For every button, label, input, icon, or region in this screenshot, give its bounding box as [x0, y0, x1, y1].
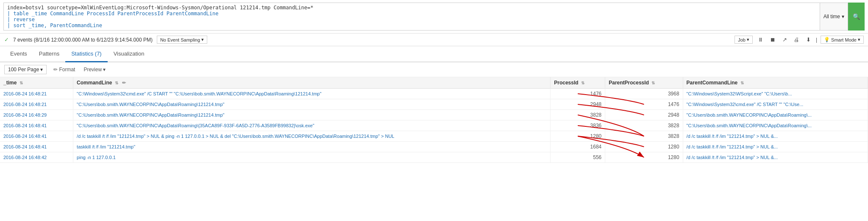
table-row: 2016-08-24 16:48:29 "C:\Users\bob.smith.…: [0, 110, 868, 120]
search-bar: index=botsv1 sourcetype=XmlWinEventLog:M…: [0, 0, 868, 34]
cell-time: 2016-08-24 16:48:21: [0, 89, 73, 99]
preview-button[interactable]: Preview ▾: [82, 65, 107, 74]
cell-parentcommandline: /d /c taskkill /t /f /im "121214.tmp" > …: [683, 142, 868, 152]
search-icon: 🔍: [853, 13, 860, 20]
cell-time: 2016-08-24 16:48:41: [0, 120, 73, 131]
results-bar: ✓ 7 events (8/1/16 12:00:00.000 AM to 6/…: [0, 34, 868, 46]
cell-commandline: "C:\Users\bob.smith.WAYNECORPINC\AppData…: [73, 99, 551, 110]
results-left: ✓ 7 events (8/1/16 12:00:00.000 AM to 6/…: [4, 36, 207, 44]
sort-icon: ⇅: [651, 81, 655, 85]
table-toolbar: 100 Per Page ▾ ✏ Format Preview ▾: [0, 62, 868, 77]
chevron-down-icon: ▾: [858, 37, 860, 42]
sort-icon: ⇅: [740, 81, 744, 85]
cell-processid: 1280: [551, 131, 605, 142]
cell-parentcommandline: "C:\Users\bob.smith.WAYNECORPINC\AppData…: [683, 120, 868, 131]
sort-icon: ⇅: [115, 81, 118, 85]
table-row: 2016-08-24 16:48:41 taskkill /t /f /im "…: [0, 142, 868, 152]
no-sampling-label: No Event Sampling: [160, 37, 200, 42]
smart-mode-button[interactable]: 💡 Smart Mode ▾: [821, 36, 864, 44]
results-right: Job ▾ ⏸ ⏹ ↗ 🖨 ⬇ | 💡 Smart Mode ▾: [734, 36, 864, 44]
chevron-down-icon: ▾: [842, 14, 844, 20]
cell-processid: 3836: [551, 120, 605, 131]
format-label: Format: [59, 67, 75, 73]
col-header-parentcommandline[interactable]: ParentCommandLine ⇅: [683, 77, 868, 89]
cell-time: 2016-08-24 16:48:29: [0, 110, 73, 120]
table-row: 2016-08-24 16:48:42 ping -n 1 127.0.0.1 …: [0, 152, 868, 163]
table-row: 2016-08-24 16:48:41 "C:\Users\bob.smith.…: [0, 120, 868, 131]
tab-visualization[interactable]: Visualization: [108, 46, 150, 62]
pencil-icon: ✏: [53, 67, 58, 73]
per-page-button[interactable]: 100 Per Page ▾: [4, 65, 47, 74]
results-count: 7 events (8/1/16 12:00:00.000 AM to 6/12…: [13, 37, 153, 43]
cell-commandline: "C:\Users\bob.smith.WAYNECORPINC\AppData…: [73, 120, 551, 131]
cell-parentcommandline: /d /c taskkill /t /f /im "121214.tmp" > …: [683, 131, 868, 142]
table-row: 2016-08-24 16:48:21 "C:\Users\bob.smith.…: [0, 99, 868, 110]
share-button[interactable]: ↗: [781, 36, 789, 44]
query-line2: | table _time CommandLine ProcessId Pare…: [7, 11, 219, 17]
cell-commandline: taskkill /t /f /im "121214.tmp": [73, 142, 551, 152]
cell-parentprocessid: 1280: [605, 142, 683, 152]
cell-parentcommandline: "C:\Windows\System32\WScript.exe" "C:\Us…: [683, 89, 868, 99]
cell-time: 2016-08-24 16:48:42: [0, 152, 73, 163]
tab-events[interactable]: Events: [4, 46, 33, 62]
time-range-button[interactable]: All time ▾: [820, 3, 848, 31]
job-button[interactable]: Job ▾: [734, 36, 753, 44]
separator: |: [816, 37, 817, 43]
check-icon: ✓: [4, 36, 9, 43]
export-button[interactable]: ⬇: [804, 36, 812, 44]
search-button[interactable]: 🔍: [848, 3, 865, 31]
table-header-row: _time ⇅ CommandLine ⇅ ✏ ProcessId ⇅ Pare…: [0, 77, 868, 89]
cell-parentcommandline: "C:\Windows\System32\cmd.exe" /C START "…: [683, 99, 868, 110]
cell-parentprocessid: 1280: [605, 152, 683, 163]
cell-parentcommandline: /d /c taskkill /t /f /im "121214.tmp" > …: [683, 152, 868, 163]
cell-commandline: ping -n 1 127.0.0.1: [73, 152, 551, 163]
preview-label: Preview: [83, 67, 102, 73]
cell-parentprocessid: 1476: [605, 99, 683, 110]
chevron-down-icon: ▾: [747, 37, 749, 42]
col-header-time[interactable]: _time ⇅: [0, 77, 73, 89]
search-query-box[interactable]: index=botsv1 sourcetype=XmlWinEventLog:M…: [3, 3, 820, 31]
cell-time: 2016-08-24 16:48:41: [0, 131, 73, 142]
query-line3: | reverse: [7, 17, 35, 22]
cell-processid: 556: [551, 152, 605, 163]
cell-commandline: "C:\Windows\System32\cmd.exe" /C START "…: [73, 89, 551, 99]
cell-parentprocessid: 2948: [605, 110, 683, 120]
cell-commandline: /d /c taskkill /t /f /im "121214.tmp" > …: [73, 131, 551, 142]
chevron-down-icon: ▾: [40, 67, 43, 73]
sort-icon: ⇅: [19, 81, 23, 85]
query-line4: | sort _time, ParentCommandLine: [7, 22, 102, 28]
data-table-container: _time ⇅ CommandLine ⇅ ✏ ProcessId ⇅ Pare…: [0, 77, 868, 163]
cell-processid: 2948: [551, 99, 605, 110]
cell-processid: 3828: [551, 110, 605, 120]
print-button[interactable]: 🖨: [792, 36, 801, 44]
pause-button[interactable]: ⏸: [756, 36, 765, 44]
col-header-processid[interactable]: ProcessId ⇅: [551, 77, 605, 89]
cell-processid: 1684: [551, 142, 605, 152]
smart-mode-label: Smart Mode: [831, 37, 857, 42]
cell-time: 2016-08-24 16:48:21: [0, 99, 73, 110]
cell-parentprocessid: 3968: [605, 89, 683, 99]
tabs-bar: Events Patterns Statistics (7) Visualiza…: [0, 46, 868, 62]
col-header-parentprocessid[interactable]: ParentProcessId ⇅: [605, 77, 683, 89]
tab-patterns[interactable]: Patterns: [33, 46, 65, 62]
job-label: Job: [738, 37, 746, 42]
cell-time: 2016-08-24 16:48:41: [0, 142, 73, 152]
table-row: 2016-08-24 16:48:21 "C:\Windows\System32…: [0, 89, 868, 99]
cell-parentprocessid: 3828: [605, 120, 683, 131]
format-button[interactable]: ✏ Format: [52, 65, 77, 74]
sort-icon: ⇅: [581, 81, 584, 85]
query-line1: index=botsv1 sourcetype=XmlWinEventLog:M…: [7, 5, 313, 11]
col-header-commandline[interactable]: CommandLine ⇅ ✏: [73, 77, 551, 89]
statistics-table: _time ⇅ CommandLine ⇅ ✏ ProcessId ⇅ Pare…: [0, 77, 868, 163]
cell-processid: 1476: [551, 89, 605, 99]
chevron-down-icon: ▾: [201, 37, 204, 42]
chevron-down-icon: ▾: [103, 67, 106, 73]
stop-button[interactable]: ⏹: [768, 36, 777, 44]
cell-commandline: "C:\Users\bob.smith.WAYNECORPINC\AppData…: [73, 110, 551, 120]
per-page-label: 100 Per Page: [8, 67, 39, 73]
tab-statistics[interactable]: Statistics (7): [65, 46, 108, 62]
no-sampling-button[interactable]: No Event Sampling ▾: [157, 36, 207, 44]
time-range-label: All time: [823, 14, 840, 20]
cell-parentprocessid: 3828: [605, 131, 683, 142]
lightbulb-icon: 💡: [824, 37, 830, 42]
